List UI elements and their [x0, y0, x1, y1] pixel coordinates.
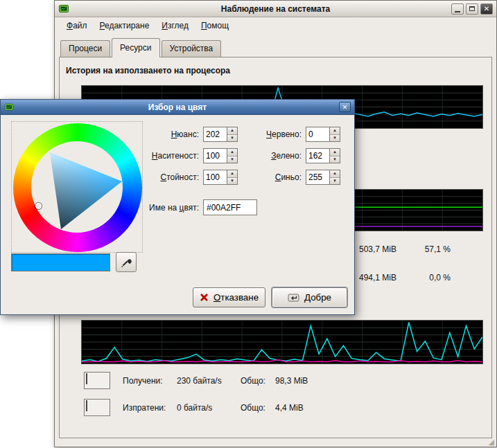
menu-item-file[interactable]: Файл	[60, 18, 94, 35]
received-rate: 230 байта/s	[177, 376, 222, 386]
ok-icon	[288, 292, 299, 303]
tab-devices[interactable]: Устройства	[162, 40, 222, 57]
value-label: Стойност:	[125, 170, 199, 185]
close-button[interactable]: ✕	[480, 3, 493, 15]
tab-processes[interactable]: Процеси	[60, 40, 110, 57]
blue-input[interactable]	[306, 170, 329, 185]
cancel-label: Отказване	[213, 292, 259, 303]
resize-grip[interactable]: ◢	[489, 438, 494, 447]
red-spin-down-button[interactable]: ▼	[330, 134, 340, 142]
dialog-titlebar[interactable]: Избор на цвят ✕	[1, 100, 354, 115]
blue-spin-up-button[interactable]: ▲	[330, 170, 340, 177]
red-input[interactable]	[306, 127, 329, 142]
network-history-chart	[81, 320, 483, 364]
sent-total: 4,4 MiB	[275, 403, 304, 413]
color-wheel[interactable]	[11, 121, 143, 253]
hue-input[interactable]	[203, 127, 227, 142]
red-label: Червено:	[228, 127, 302, 142]
maximize-button[interactable]	[466, 3, 478, 15]
cancel-icon	[200, 293, 209, 302]
maximize-icon	[469, 6, 475, 11]
received-color-swatch-button[interactable]	[84, 372, 110, 389]
sent-color-fill	[86, 400, 87, 411]
cpu-history-heading: История на използването на процесора	[66, 66, 230, 75]
menu-item-view[interactable]: Изглед	[155, 18, 195, 35]
ok-label: Добре	[304, 292, 331, 303]
green-input[interactable]	[306, 148, 329, 163]
minimize-button[interactable]	[451, 3, 464, 15]
eyedropper-icon	[121, 256, 132, 268]
value-input[interactable]	[203, 170, 227, 185]
cancel-button[interactable]: Отказване	[193, 287, 265, 307]
saturation-label: Наситеност:	[125, 148, 199, 163]
eyedropper-button[interactable]	[116, 252, 137, 272]
saturation-input[interactable]	[203, 148, 227, 163]
red-spinbox: ▲▼	[306, 127, 340, 142]
ok-button[interactable]: Добре	[272, 287, 347, 307]
color-selector-marker	[35, 203, 42, 209]
color-name-label: Име на цвят:	[125, 200, 199, 215]
close-icon: ✕	[484, 5, 489, 12]
minimize-icon	[455, 11, 460, 12]
notebook-tabs: Процеси Ресурси Устройства	[60, 38, 223, 57]
sent-total-label: Общо:	[241, 403, 265, 413]
hue-label: Нюанс:	[125, 127, 199, 142]
color-name-input[interactable]	[203, 199, 257, 215]
dialog-title: Избор на цвят	[1, 102, 354, 112]
main-window-title: Наблюдение на системата	[55, 4, 496, 14]
menubar: Файл Редактиране Изглед Помощ	[55, 18, 496, 35]
green-spinbox: ▲▼	[306, 148, 340, 163]
tab-resources[interactable]: Ресурси	[112, 38, 159, 57]
green-spin-down-button[interactable]: ▼	[330, 156, 340, 163]
menu-item-edit[interactable]: Редактиране	[94, 18, 156, 35]
dialog-close-icon: ✕	[342, 104, 348, 111]
received-total-label: Общо:	[241, 376, 265, 386]
green-label: Зелено:	[228, 148, 302, 163]
sent-color-swatch-button[interactable]	[84, 399, 110, 416]
blue-spinbox: ▲▼	[306, 170, 340, 185]
received-color-fill	[86, 373, 87, 384]
blue-spin-down-button[interactable]: ▼	[330, 177, 340, 185]
dialog-close-button[interactable]: ✕	[339, 102, 351, 112]
memory-used-percent: 57,1 %	[406, 244, 451, 254]
red-spin-up-button[interactable]: ▲	[330, 127, 340, 134]
main-titlebar[interactable]: Наблюдение на системата ✕	[55, 1, 496, 17]
received-total: 98,3 MiB	[275, 376, 308, 386]
color-picker-dialog: Избор на цвят ✕ Нюанс: ▲▼ Червено: ▲▼ На…	[0, 99, 355, 315]
sent-label: Изпратени:	[123, 403, 166, 413]
sent-rate: 0 байта/s	[177, 403, 212, 413]
swap-used-value: 494,1 MiB	[359, 273, 396, 283]
blue-label: Синьо:	[228, 170, 302, 185]
memory-used-value: 503,7 MiB	[359, 244, 396, 254]
swap-used-percent: 0,0 %	[406, 273, 451, 283]
received-label: Получени:	[123, 376, 163, 386]
green-spin-up-button[interactable]: ▲	[330, 149, 340, 156]
color-preview	[11, 253, 110, 271]
menu-item-help[interactable]: Помощ	[195, 18, 235, 35]
